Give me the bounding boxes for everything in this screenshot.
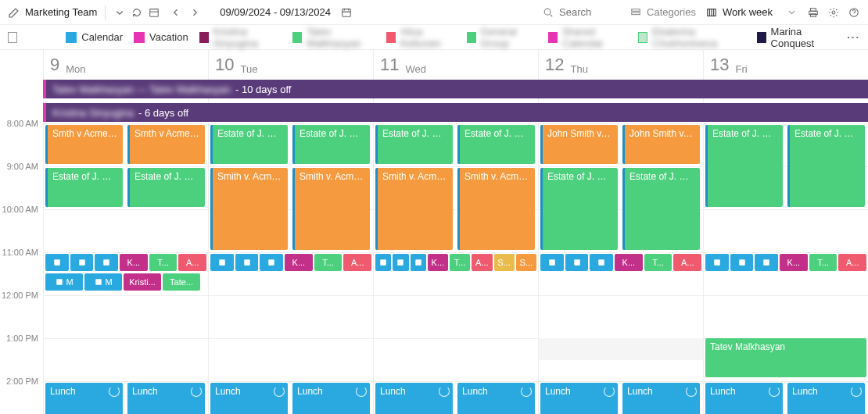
event-lunch[interactable]: Lunch: [210, 383, 288, 414]
event[interactable]: Kristi...: [124, 273, 161, 291]
day-header[interactable]: 13Fri: [704, 50, 868, 78]
legend-item[interactable]: Ekaterina Chukhontseva: [638, 26, 746, 49]
event-lunch[interactable]: Lunch: [292, 383, 370, 414]
teams-icon[interactable]: [393, 254, 408, 271]
select-all-checkbox[interactable]: [8, 32, 17, 43]
allday-event[interactable]: Tatev Malkhasyan — Tatev Malkhasyan - 10…: [43, 80, 868, 98]
event-lunch[interactable]: Lunch: [705, 383, 783, 414]
event-lunch[interactable]: Lunch: [622, 383, 700, 414]
teams-icon[interactable]: [235, 254, 259, 271]
event[interactable]: Estate of J. Do...: [457, 125, 535, 164]
event[interactable]: Estate of J. Do...: [622, 168, 700, 250]
event[interactable]: Tate...: [163, 273, 200, 291]
today-icon[interactable]: [148, 6, 160, 19]
event-lunch[interactable]: Lunch: [127, 383, 205, 414]
legend-item[interactable]: Shared Calendar: [548, 26, 627, 49]
event[interactable]: Estate of J. Do...: [292, 125, 370, 164]
event[interactable]: A...: [838, 254, 866, 271]
categories-button[interactable]: Categories: [629, 6, 696, 19]
event[interactable]: S...: [494, 254, 515, 271]
event-lunch[interactable]: Lunch: [457, 383, 535, 414]
teams-icon[interactable]: [45, 254, 69, 271]
calendar-picker[interactable]: Marketing Team: [25, 6, 97, 18]
event[interactable]: Smth v Acme: ...: [127, 125, 205, 164]
teams-icon[interactable]: [411, 254, 426, 271]
event-lunch[interactable]: Lunch: [787, 383, 865, 414]
event[interactable]: Smith v. Acme:...: [292, 168, 370, 250]
event[interactable]: S...: [516, 254, 536, 271]
teams-icon[interactable]: [590, 254, 613, 271]
legend-item[interactable]: Alisa Kettunen: [386, 26, 456, 49]
teams-icon[interactable]: [70, 254, 94, 271]
teams-icon[interactable]: [210, 254, 234, 271]
help-icon[interactable]: [848, 6, 860, 19]
legend-item[interactable]: General Group: [467, 26, 537, 49]
calendar-icon[interactable]: [340, 6, 353, 19]
svg-rect-14: [57, 279, 63, 285]
event[interactable]: A...: [673, 254, 701, 271]
event[interactable]: K...: [615, 254, 643, 271]
day-header[interactable]: 12Thu: [539, 50, 703, 78]
prev-icon[interactable]: [170, 6, 182, 19]
event[interactable]: T...: [149, 254, 178, 271]
event[interactable]: A...: [472, 254, 492, 271]
teams-icon[interactable]: [540, 254, 564, 271]
event[interactable]: M: [84, 273, 122, 291]
print-icon[interactable]: [807, 6, 820, 19]
legend-item[interactable]: Kristina Sinyugina: [199, 26, 282, 49]
day-header[interactable]: 10Tue: [209, 50, 373, 78]
event[interactable]: M: [45, 273, 83, 291]
day-header[interactable]: 9Mon: [44, 50, 208, 78]
event[interactable]: Estate of J. Do...: [45, 168, 123, 207]
event[interactable]: T...: [450, 254, 470, 271]
next-icon[interactable]: [188, 6, 201, 19]
view-picker[interactable]: Work week: [705, 6, 798, 19]
teams-icon[interactable]: [565, 254, 589, 271]
event[interactable]: Estate of J. Do...: [787, 125, 865, 207]
event[interactable]: Estate of J. Do...: [540, 168, 618, 250]
teams-icon[interactable]: [730, 254, 754, 271]
gear-icon[interactable]: [827, 6, 840, 19]
legend-item[interactable]: Vacation: [134, 31, 188, 43]
event-lunch[interactable]: Lunch: [375, 383, 453, 414]
teams-icon[interactable]: [755, 254, 778, 271]
teams-icon[interactable]: [705, 254, 729, 271]
event[interactable]: K...: [285, 254, 313, 271]
event[interactable]: Tatev Malkhasyan: [705, 338, 866, 377]
allday-event[interactable]: Kristina Sinyugina - 6 days off: [43, 103, 868, 122]
event[interactable]: T...: [644, 254, 673, 271]
search-input[interactable]: [559, 6, 614, 18]
event[interactable]: K...: [780, 254, 808, 271]
event[interactable]: A...: [343, 254, 371, 271]
edit-icon[interactable]: [8, 6, 20, 19]
legend-item[interactable]: Calendar: [66, 31, 123, 43]
event[interactable]: Smth v Acme: ...: [45, 125, 123, 164]
event[interactable]: A...: [178, 254, 206, 271]
event[interactable]: John Smith v. ...: [540, 125, 618, 164]
more-icon[interactable]: ···: [847, 31, 860, 43]
event-lunch[interactable]: Lunch: [540, 383, 618, 414]
event[interactable]: Smith v. Acme:...: [375, 168, 453, 250]
event[interactable]: Estate of J. Do...: [375, 125, 453, 164]
teams-icon[interactable]: [375, 254, 391, 271]
legend-item[interactable]: Marina Conquest: [757, 26, 836, 49]
event[interactable]: K...: [120, 254, 148, 271]
refresh-icon[interactable]: [131, 6, 143, 19]
event[interactable]: T...: [314, 254, 343, 271]
event[interactable]: Smith v. Acme:...: [210, 168, 288, 250]
event[interactable]: Estate of J. Do...: [705, 125, 783, 207]
teams-icon[interactable]: [260, 254, 283, 271]
event[interactable]: T...: [809, 254, 838, 271]
teams-icon[interactable]: [95, 254, 118, 271]
search-box[interactable]: [542, 6, 620, 19]
day-header[interactable]: 11Wed: [374, 50, 538, 78]
chevron-down-icon[interactable]: [113, 6, 126, 19]
event[interactable]: John Smith v. ...: [622, 125, 700, 164]
event-lunch[interactable]: Lunch: [45, 383, 123, 414]
event[interactable]: Estate of J. Do...: [210, 125, 288, 164]
svg-rect-11: [54, 259, 60, 266]
event[interactable]: Estate of J. Do...: [127, 168, 205, 207]
legend-item[interactable]: Tatev Malkhasyan: [292, 26, 375, 49]
event[interactable]: Smith v. Acme:...: [457, 168, 535, 250]
event[interactable]: K...: [428, 254, 448, 271]
